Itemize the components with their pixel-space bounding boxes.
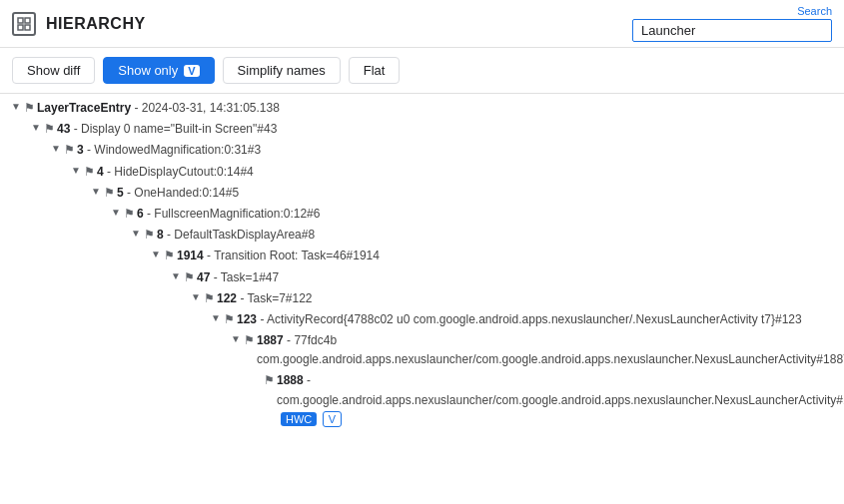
tree-row: ▼ ⚑ 3 - WindowedMagnification:0:31#3 (0, 140, 844, 161)
node-label: 1887 - 77fdc4b com.google.android.apps.n… (257, 331, 816, 369)
node-label: 123 - ActivityRecord{4788c02 u0 com.goog… (237, 310, 802, 329)
flat-button[interactable]: Flat (349, 57, 401, 84)
v-badge: V (323, 411, 342, 427)
tree-row: ▼ ⚑ 5 - OneHanded:0:14#5 (0, 183, 844, 204)
node-flag-icon: ⚑ (64, 141, 75, 160)
svg-rect-0 (18, 18, 23, 23)
node-flag-icon: ⚑ (224, 310, 235, 329)
tree-container[interactable]: ▼ ⚑ LayerTraceEntry - 2024-03-31, 14:31:… (0, 94, 844, 504)
node-label: 47 - Task=1#47 (197, 268, 279, 287)
tree-row: ▼ ⚑ 47 - Task=1#47 (0, 267, 844, 288)
tree-row: ▼ ⚑ 8 - DefaultTaskDisplayArea#8 (0, 225, 844, 246)
header-left: HIERARCHY (12, 12, 146, 36)
hwc-badge: HWC (281, 412, 317, 426)
node-label: 3 - WindowedMagnification:0:31#3 (77, 141, 261, 160)
node-flag-icon: ⚑ (204, 289, 215, 308)
node-flag-icon: ⚑ (264, 371, 275, 390)
node-flag-icon: ⚑ (44, 120, 55, 139)
show-only-badge: V (184, 65, 199, 77)
collapse-toggle[interactable]: ▼ (208, 310, 224, 326)
tree-row: ▼ ⚑ 1914 - Transition Root: Task=46#1914 (0, 246, 844, 266)
show-diff-button[interactable]: Show diff (12, 57, 95, 84)
tree-row: ▼ ⚑ 122 - Task=7#122 (0, 288, 844, 309)
node-label: 8 - DefaultTaskDisplayArea#8 (157, 226, 315, 245)
search-input[interactable] (632, 19, 832, 42)
node-flag-icon: ⚑ (84, 163, 95, 182)
tree-row: ▼ ⚑ LayerTraceEntry - 2024-03-31, 14:31:… (0, 98, 844, 119)
node-flag-icon: ⚑ (244, 331, 255, 350)
node-label: 122 - Task=7#122 (217, 289, 313, 308)
node-label: LayerTraceEntry - 2024-03-31, 14:31:05.1… (37, 99, 280, 118)
node-flag-icon: ⚑ (144, 226, 155, 245)
node-flag-icon: ⚑ (184, 268, 195, 287)
tree-row: ▼ ⚑ 6 - FullscreenMagnification:0:12#6 (0, 204, 844, 225)
app-container: HIERARCHY Search Show diff Show only V S… (0, 0, 844, 504)
svg-rect-2 (18, 25, 23, 30)
header: HIERARCHY Search (0, 0, 844, 48)
node-flag-icon: ⚑ (24, 99, 35, 118)
collapse-toggle[interactable]: ▼ (108, 205, 124, 221)
tree-row: ▼ ⚑ 123 - ActivityRecord{4788c02 u0 com.… (0, 309, 844, 330)
collapse-toggle[interactable]: ▼ (88, 184, 104, 200)
node-label: 43 - Display 0 name="Built-in Screen"#43 (57, 120, 277, 139)
svg-rect-1 (25, 18, 30, 23)
tree-row: ▼ ⚑ 4 - HideDisplayCutout:0:14#4 (0, 162, 844, 183)
node-label: 6 - FullscreenMagnification:0:12#6 (137, 205, 320, 224)
svg-rect-3 (25, 25, 30, 30)
toolbar: Show diff Show only V Simplify names Fla… (0, 48, 844, 94)
collapse-toggle[interactable]: ▼ (148, 247, 164, 262)
hierarchy-icon (12, 12, 36, 36)
tree-row: ▼ ⚑ 43 - Display 0 name="Built-in Screen… (0, 119, 844, 140)
collapse-toggle[interactable]: ▼ (8, 99, 24, 115)
node-label: 5 - OneHanded:0:14#5 (117, 184, 239, 203)
node-label: 4 - HideDisplayCutout:0:14#4 (97, 163, 254, 182)
page-title: HIERARCHY (46, 15, 146, 33)
collapse-toggle[interactable]: ▼ (48, 141, 64, 157)
node-label: 1914 - Transition Root: Task=46#1914 (177, 247, 380, 265)
collapse-toggle[interactable]: ▼ (168, 268, 184, 284)
node-flag-icon: ⚑ (104, 184, 115, 203)
tree-row: ▼ ⚑ 1887 - 77fdc4b com.google.android.ap… (0, 330, 844, 370)
collapse-toggle[interactable]: ▼ (188, 289, 204, 305)
collapse-toggle[interactable]: ▼ (228, 331, 244, 347)
collapse-toggle[interactable]: ▼ (68, 163, 84, 179)
collapse-toggle[interactable]: ▼ (128, 226, 144, 242)
search-label: Search (797, 5, 832, 17)
node-flag-icon: ⚑ (164, 247, 175, 265)
collapse-toggle[interactable]: ▼ (28, 120, 44, 136)
node-flag-icon: ⚑ (124, 205, 135, 224)
simplify-names-button[interactable]: Simplify names (223, 57, 341, 84)
show-only-button[interactable]: Show only V (103, 57, 214, 84)
search-container: Search (632, 5, 832, 42)
tree-row: ▼ ⚑ 1888 - com.google.android.apps.nexus… (0, 370, 844, 430)
node-label: 1888 - com.google.android.apps.nexuslaun… (277, 371, 816, 429)
